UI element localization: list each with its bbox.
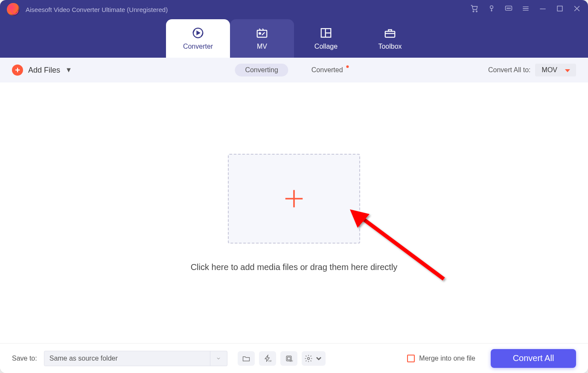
tab-converter[interactable]: Converter (166, 19, 230, 58)
svg-point-4 (507, 8, 508, 9)
settings-button[interactable] (302, 351, 326, 366)
open-folder-button[interactable] (238, 351, 255, 366)
tab-mv-label: MV (257, 43, 267, 50)
svg-point-2 (490, 6, 493, 9)
menu-icon[interactable] (521, 4, 530, 15)
tab-collage-label: Collage (314, 43, 338, 50)
app-window: Aiseesoft Video Converter Ultimate (Unre… (0, 0, 588, 373)
svg-point-0 (473, 11, 474, 12)
plus-large-icon (282, 187, 306, 210)
save-to-select[interactable]: Same as source folder (44, 351, 227, 366)
svg-point-10 (259, 32, 261, 34)
svg-rect-12 (385, 31, 395, 37)
add-files-button[interactable]: + Add Files ▼ (12, 65, 72, 76)
svg-rect-17 (287, 357, 290, 360)
output-format-select[interactable]: MOV (535, 64, 576, 76)
convert-all-to: Convert All to: MOV (488, 64, 576, 76)
filter-converted[interactable]: Converted (301, 64, 353, 76)
save-to-label: Save to: (12, 355, 37, 362)
toolbar: + Add Files ▼ Converting Converted Conve… (0, 58, 588, 82)
filter-converting[interactable]: Converting (235, 64, 288, 76)
tab-toolbox-label: Toolbox (378, 43, 402, 50)
main-tabs: Converter MV Collage Toolbox (0, 19, 588, 58)
notification-dot-icon (346, 65, 349, 68)
convert-all-to-label: Convert All to: (488, 66, 531, 74)
footer-tools: OFF OFF (238, 351, 326, 366)
workspace: Click here to add media files or drag th… (0, 82, 588, 343)
window-controls (470, 4, 581, 15)
tab-collage[interactable]: Collage (294, 19, 358, 58)
tab-converter-label: Converter (183, 43, 213, 50)
svg-text:OFF: OFF (289, 360, 293, 362)
add-files-label: Add Files (28, 66, 60, 75)
chevron-down-icon (210, 351, 227, 366)
tab-toolbox[interactable]: Toolbox (358, 19, 422, 58)
collage-icon (320, 26, 332, 39)
status-filter: Converting Converted (235, 64, 353, 76)
bottombar: Save to: Same as source folder OFF OFF M… (0, 343, 588, 373)
checkbox-icon (407, 355, 415, 362)
converter-icon (192, 26, 204, 39)
gpu-accel-button[interactable]: OFF (280, 351, 297, 366)
convert-all-button[interactable]: Convert All (491, 349, 576, 368)
titlebar-top: Aiseesoft Video Converter Ultimate (Unre… (0, 0, 588, 19)
svg-text:OFF: OFF (268, 360, 271, 362)
svg-point-19 (307, 357, 309, 359)
titlebar: Aiseesoft Video Converter Ultimate (Unre… (0, 0, 588, 58)
tab-mv[interactable]: MV (230, 19, 294, 58)
close-icon[interactable] (573, 4, 581, 15)
save-to-value: Same as source folder (49, 355, 118, 362)
hardware-accel-button[interactable]: OFF (259, 351, 276, 366)
dropzone-hint: Click here to add media files or drag th… (191, 262, 398, 272)
chevron-down-icon[interactable]: ▼ (65, 66, 72, 74)
app-logo-icon (7, 3, 20, 16)
cart-icon[interactable] (470, 4, 479, 15)
svg-rect-7 (557, 6, 562, 11)
minimize-icon[interactable] (539, 4, 547, 15)
svg-point-1 (476, 11, 477, 12)
toolbox-icon (384, 26, 396, 39)
app-title: Aiseesoft Video Converter Ultimate (Unre… (26, 6, 168, 13)
plus-icon: + (12, 65, 23, 76)
filter-converted-label: Converted (311, 66, 343, 73)
svg-point-5 (508, 8, 509, 9)
key-icon[interactable] (487, 4, 496, 15)
merge-label: Merge into one file (419, 355, 475, 362)
mv-icon (256, 26, 268, 39)
add-media-dropzone[interactable] (228, 154, 360, 244)
merge-checkbox[interactable]: Merge into one file (407, 355, 475, 362)
svg-point-6 (510, 8, 511, 9)
annotation-arrow-icon (346, 206, 457, 292)
maximize-icon[interactable] (556, 4, 564, 15)
feedback-icon[interactable] (504, 4, 513, 15)
